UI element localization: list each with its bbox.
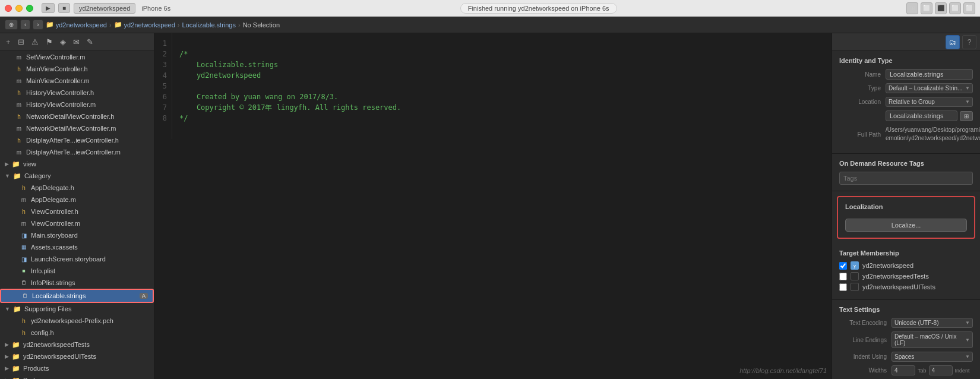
file-item-viewcontroller-h[interactable]: h ViewController.h — [0, 206, 154, 217]
layout-icon3[interactable]: ⬜ — [949, 2, 961, 14]
breadcrumb-nav-next[interactable]: › — [33, 20, 43, 30]
file-icon: m — [14, 76, 24, 86]
folder-category[interactable]: ▼ 📁 Category — [0, 170, 154, 182]
file-item-historyviewcontroller-h[interactable]: h HistoryViewController.h — [0, 87, 154, 99]
app-icon: y — [851, 261, 859, 270]
indent-select[interactable]: Spaces ▼ — [892, 352, 973, 362]
file-item-prefix[interactable]: h yd2networkspeed-Prefix.pch — [0, 315, 154, 327]
sidebar-flag-btn[interactable]: ⚑ — [43, 36, 55, 48]
tags-input[interactable] — [841, 173, 971, 183]
breadcrumb-item-1[interactable]: 📁 yd2networkspeed — [114, 21, 175, 29]
breadcrumb-nav-prev[interactable]: ‹ — [20, 20, 30, 30]
grid-icon[interactable]: ⊞ — [906, 2, 918, 14]
location-select[interactable]: Relative to Group ▼ — [886, 97, 973, 107]
folder-supporting-files[interactable]: ▼ 📁 Supporting Files — [0, 303, 154, 315]
folder-view[interactable]: ▶ 📁 view — [0, 158, 154, 170]
target-checkbox-main[interactable] — [839, 262, 847, 270]
on-demand-title: On Demand Resource Tags — [839, 160, 973, 167]
breadcrumb-item-2[interactable]: Localizable.strings — [182, 21, 236, 29]
layout-icon2[interactable]: ⬛ — [935, 2, 947, 14]
tags-container[interactable] — [839, 172, 973, 185]
location-label: Location — [839, 99, 881, 105]
file-item-networkdetailviewcontroller-m[interactable]: m NetworkDetailViewController.m — [0, 122, 154, 134]
location-file-btn[interactable]: ⊞ — [960, 111, 973, 121]
folder-uitests[interactable]: ▶ 📁 yd2networkspeedUITests — [0, 350, 154, 362]
indent-label: Indent Using — [839, 353, 887, 360]
breadcrumb-item-0[interactable]: 📁 yd2networkspeed — [46, 21, 107, 29]
sidebar-msg-btn[interactable]: ✉ — [71, 36, 82, 48]
line-endings-select[interactable]: Default – macOS / Unix (LF) ▼ — [892, 331, 973, 348]
layout-icon1[interactable]: ⬜ — [921, 2, 932, 14]
folder-pods[interactable]: ▶ 📁 Pods — [0, 374, 154, 379]
tab-width-input[interactable] — [892, 365, 915, 375]
target-membership-section: Target Membership y yd2networkspeed yd2n… — [832, 244, 980, 300]
minimize-button[interactable] — [15, 5, 23, 12]
encoding-select[interactable]: Unicode (UTF-8) ▼ — [892, 318, 973, 328]
titlebar: ▶ ■ yd2networkspeed iPhone 6s Finished r… — [0, 0, 980, 17]
file-item-setviewcontroller-m[interactable]: m SetViewController.m — [0, 51, 154, 63]
quick-help-icon[interactable]: ? — [962, 35, 976, 49]
localize-button[interactable]: Localize... — [845, 219, 967, 232]
file-item-info-plist[interactable]: ■ Info.plist — [0, 265, 154, 277]
inspector-panel: 🗂 ? Identity and Type Name Localizable.s… — [832, 33, 980, 379]
file-item-main-storyboard[interactable]: ◨ Main.storyboard — [0, 229, 154, 241]
folder-icon: 📁 — [11, 364, 21, 373]
folder-products[interactable]: ▶ 📁 Products — [0, 362, 154, 374]
file-item-mainviewcontroller-h[interactable]: h MainViewController.h — [0, 63, 154, 75]
line-numbers: 1 2 3 4 5 6 7 8 — [154, 33, 172, 139]
folder-icon: 📁 — [12, 304, 22, 314]
file-item-config-h[interactable]: h config.h — [0, 327, 154, 339]
file-item-infoplist-strings[interactable]: 🗒 InfoPlist.strings — [0, 277, 154, 289]
layout-icon4[interactable]: ⬜ — [963, 2, 975, 14]
folder-tests[interactable]: ▶ 📁 yd2networkspeedTests — [0, 339, 154, 350]
back-button[interactable]: ⊕ — [5, 20, 18, 30]
sidebar-note-btn[interactable]: ✎ — [84, 36, 96, 48]
code-editor[interactable]: 1 2 3 4 5 6 7 8 /* Localizable.strings y… — [154, 33, 832, 379]
breadcrumb-item-3[interactable]: No Selection — [243, 21, 280, 29]
file-item-launchscreen[interactable]: ◨ LaunchScreen.storyboard — [0, 253, 154, 265]
folder-triangle: ▼ — [5, 173, 10, 179]
file-item-networkdetailviewcontroller-h[interactable]: h NetworkDetailViewController.h — [0, 110, 154, 122]
file-item-appdelegate-h[interactable]: h AppDelegate.h — [0, 182, 154, 194]
file-icon: m — [19, 195, 29, 204]
file-item-viewcontroller-m[interactable]: m ViewController.m — [0, 217, 154, 229]
stop-button[interactable]: ■ — [58, 3, 70, 13]
sidebar-add-btn[interactable]: + — [4, 36, 13, 48]
text-settings-section: Text Settings Text Encoding Unicode (UTF… — [832, 300, 980, 379]
file-item-appdelegate-m[interactable]: m AppDelegate.m — [0, 194, 154, 206]
line-endings-label: Line Endings — [839, 337, 887, 343]
name-field-row: Name Localizable.strings — [839, 69, 973, 80]
maximize-button[interactable] — [26, 5, 33, 12]
code-text[interactable]: /* Localizable.strings yd2networkspeed C… — [172, 33, 832, 139]
code-content-area: 1 2 3 4 5 6 7 8 /* Localizable.strings y… — [154, 33, 832, 139]
encoding-arrow: ▼ — [965, 320, 970, 326]
folder-triangle: ▶ — [5, 365, 9, 371]
text-settings-title: Text Settings — [839, 306, 973, 313]
type-select[interactable]: Default – Localizable Strin... ▼ — [886, 83, 973, 93]
encoding-label: Text Encoding — [839, 320, 887, 326]
folder-triangle: ▼ — [5, 306, 10, 312]
run-button[interactable]: ▶ — [42, 3, 55, 13]
target-checkbox-tests[interactable] — [839, 273, 847, 280]
sidebar-filter-btn[interactable]: ⊟ — [15, 36, 27, 48]
file-badge: A — [140, 293, 148, 299]
close-button[interactable] — [5, 5, 12, 12]
file-item-localizable-strings[interactable]: 🗒 Localizable.strings A — [0, 289, 154, 303]
file-item-mainviewcontroller-m[interactable]: m MainViewController.m — [0, 75, 154, 87]
sidebar-warning-btn[interactable]: ⚠ — [29, 36, 41, 48]
file-item-distplay-h[interactable]: h DistplayAfterTe...iewController.h — [0, 134, 154, 146]
indent-width-input[interactable] — [929, 365, 953, 375]
file-item-assets[interactable]: ▦ Assets.xcassets — [0, 241, 154, 253]
folder-icon: 📁 — [11, 375, 21, 379]
sidebar-diamond-btn[interactable]: ◈ — [58, 36, 68, 48]
breadcrumb-bar: ⊕ ‹ › 📁 yd2networkspeed › 📁 yd2networksp… — [0, 17, 980, 33]
breadcrumb-sep-2: › — [238, 21, 241, 29]
folder-icon: 📁 — [11, 340, 21, 349]
target-checkbox-uitests[interactable] — [839, 283, 847, 291]
file-item-distplay-m[interactable]: m DistplayAfterTe...iewController.m — [0, 146, 154, 158]
file-inspector-icon[interactable]: 🗂 — [946, 35, 960, 49]
file-icon: ■ — [19, 266, 29, 276]
location-field-row: Location Relative to Group ▼ — [839, 97, 973, 107]
full-path-row: Full Path /Users/yuanwang/Desktop/progra… — [839, 125, 973, 144]
file-item-historyviewcontroller-m[interactable]: m HistoryViewController.m — [0, 99, 154, 110]
